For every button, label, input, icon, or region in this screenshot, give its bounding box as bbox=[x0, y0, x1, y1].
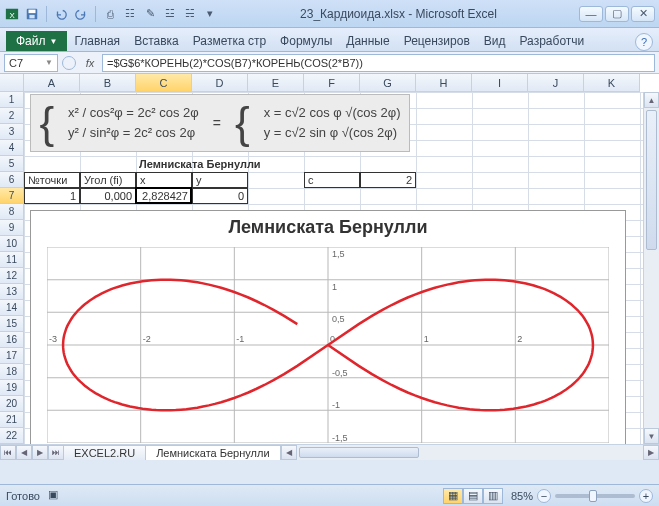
view-normal-icon[interactable]: ▦ bbox=[443, 488, 463, 504]
col-header-J[interactable]: J bbox=[528, 74, 584, 92]
scroll-right-button[interactable]: ▶ bbox=[643, 445, 659, 460]
row-header-7[interactable]: 7 bbox=[0, 188, 24, 204]
row-header-14[interactable]: 14 bbox=[0, 300, 24, 316]
row-header-16[interactable]: 16 bbox=[0, 332, 24, 348]
cell-A7[interactable]: 1 bbox=[24, 188, 80, 204]
save-icon[interactable] bbox=[24, 6, 40, 22]
help-button[interactable]: ? bbox=[635, 33, 653, 51]
col-header-B[interactable]: B bbox=[80, 74, 136, 92]
row-header-15[interactable]: 15 bbox=[0, 316, 24, 332]
row-header-21[interactable]: 21 bbox=[0, 412, 24, 428]
zoom-in-button[interactable]: + bbox=[639, 489, 653, 503]
tab-review[interactable]: Рецензиров bbox=[397, 31, 477, 51]
minimize-button[interactable]: — bbox=[579, 6, 603, 22]
tab-data[interactable]: Данные bbox=[339, 31, 396, 51]
macro-record-icon[interactable]: ▣ bbox=[48, 488, 64, 504]
qat-more-icon[interactable]: ▾ bbox=[202, 6, 218, 22]
col-header-A[interactable]: A bbox=[24, 74, 80, 92]
sheet-nav-prev[interactable]: ◀ bbox=[16, 445, 32, 460]
row-header-4[interactable]: 4 bbox=[0, 140, 24, 156]
row-header-13[interactable]: 13 bbox=[0, 284, 24, 300]
row-header-20[interactable]: 20 bbox=[0, 396, 24, 412]
zoom-out-button[interactable]: − bbox=[537, 489, 551, 503]
cell-G6[interactable]: 2 bbox=[360, 172, 416, 188]
sheet-nav-next[interactable]: ▶ bbox=[32, 445, 48, 460]
col-header-F[interactable]: F bbox=[304, 74, 360, 92]
row-header-9[interactable]: 9 bbox=[0, 220, 24, 236]
row-header-18[interactable]: 18 bbox=[0, 364, 24, 380]
hscroll-thumb[interactable] bbox=[299, 447, 419, 458]
svg-text:1: 1 bbox=[332, 282, 337, 292]
sheet-tab-2[interactable]: Лемниската Бернулли bbox=[145, 445, 280, 460]
row-header-1[interactable]: 1 bbox=[0, 92, 24, 108]
tab-developer[interactable]: Разработчи bbox=[513, 31, 592, 51]
cell-A6[interactable]: №точки bbox=[24, 172, 80, 188]
view-pagebreak-icon[interactable]: ▥ bbox=[483, 488, 503, 504]
cell-D7[interactable]: 0 bbox=[192, 188, 248, 204]
cell-C5[interactable]: Лемниската Бернулли bbox=[136, 156, 296, 172]
file-tab[interactable]: Файл▼ bbox=[6, 31, 67, 51]
cell-C6[interactable]: x bbox=[136, 172, 192, 188]
scroll-up-button[interactable]: ▲ bbox=[644, 92, 659, 108]
vertical-scrollbar[interactable]: ▲ ▼ bbox=[643, 92, 659, 444]
sheet-nav-last[interactable]: ⏭ bbox=[48, 445, 64, 460]
row-header-12[interactable]: 12 bbox=[0, 268, 24, 284]
zoom-slider[interactable] bbox=[555, 494, 635, 498]
vscroll-thumb[interactable] bbox=[646, 110, 657, 250]
col-header-H[interactable]: H bbox=[416, 74, 472, 92]
view-pagelayout-icon[interactable]: ▤ bbox=[463, 488, 483, 504]
formula-input[interactable]: =$G$6*КОРЕНЬ(2)*COS(B7)*КОРЕНЬ(COS(2*B7)… bbox=[102, 54, 655, 72]
tab-view[interactable]: Вид bbox=[477, 31, 513, 51]
column-headers[interactable]: ABCDEFGHIJK bbox=[24, 74, 643, 92]
chart-object[interactable]: Лемниската Бернулли -3-2-10123-1,5-1-0,5… bbox=[30, 210, 626, 460]
row-header-5[interactable]: 5 bbox=[0, 156, 24, 172]
row-header-17[interactable]: 17 bbox=[0, 348, 24, 364]
fx-icon[interactable]: fx bbox=[82, 57, 98, 69]
tab-layout[interactable]: Разметка стр bbox=[186, 31, 273, 51]
qat-icon-2[interactable]: ☷ bbox=[122, 6, 138, 22]
row-header-22[interactable]: 22 bbox=[0, 428, 24, 444]
qat-icon-3[interactable]: ✎ bbox=[142, 6, 158, 22]
tab-formulas[interactable]: Формулы bbox=[273, 31, 339, 51]
cell-B6[interactable]: Угол (fi) bbox=[80, 172, 136, 188]
row-header-6[interactable]: 6 bbox=[0, 172, 24, 188]
row-headers[interactable]: 123456789101112131415161718192021222324 bbox=[0, 92, 24, 460]
select-all-corner[interactable] bbox=[0, 74, 24, 92]
tab-insert[interactable]: Вставка bbox=[127, 31, 186, 51]
row-header-3[interactable]: 3 bbox=[0, 124, 24, 140]
ribbon-tabs: Файл▼ Главная Вставка Разметка стр Форму… bbox=[0, 28, 659, 52]
worksheet-grid[interactable]: ABCDEFGHIJK 1234567891011121314151617181… bbox=[0, 74, 659, 460]
name-box[interactable]: C7▼ bbox=[4, 54, 58, 72]
sheet-nav-first[interactable]: ⏮ bbox=[0, 445, 16, 460]
col-header-I[interactable]: I bbox=[472, 74, 528, 92]
col-header-K[interactable]: K bbox=[584, 74, 640, 92]
row-header-11[interactable]: 11 bbox=[0, 252, 24, 268]
cell-D6[interactable]: y bbox=[192, 172, 248, 188]
row-header-8[interactable]: 8 bbox=[0, 204, 24, 220]
sheet-tab-1[interactable]: EXCEL2.RU bbox=[63, 445, 146, 460]
qat-icon-4[interactable]: ☳ bbox=[162, 6, 178, 22]
tab-home[interactable]: Главная bbox=[67, 31, 127, 51]
qat-icon-5[interactable]: ☵ bbox=[182, 6, 198, 22]
undo-icon[interactable] bbox=[53, 6, 69, 22]
redo-icon[interactable] bbox=[73, 6, 89, 22]
cell-B7[interactable]: 0,000 bbox=[80, 188, 136, 204]
close-button[interactable]: ✕ bbox=[631, 6, 655, 22]
row-header-2[interactable]: 2 bbox=[0, 108, 24, 124]
qat-icon-1[interactable]: ⎙ bbox=[102, 6, 118, 22]
cells-area[interactable]: { x² / cos²φ = 2c² cos 2φ y² / sin²φ = 2… bbox=[24, 92, 643, 444]
scroll-down-button[interactable]: ▼ bbox=[644, 428, 659, 444]
col-header-C[interactable]: C bbox=[136, 74, 192, 92]
scroll-left-button[interactable]: ◀ bbox=[281, 445, 297, 460]
col-header-G[interactable]: G bbox=[360, 74, 416, 92]
zoom-percent[interactable]: 85% bbox=[511, 490, 533, 502]
namebox-expand[interactable] bbox=[62, 56, 76, 70]
col-header-E[interactable]: E bbox=[248, 74, 304, 92]
maximize-button[interactable]: ▢ bbox=[605, 6, 629, 22]
cell-F6[interactable]: c bbox=[304, 172, 360, 188]
col-header-D[interactable]: D bbox=[192, 74, 248, 92]
zoom-slider-knob[interactable] bbox=[589, 490, 597, 502]
row-header-10[interactable]: 10 bbox=[0, 236, 24, 252]
row-header-19[interactable]: 19 bbox=[0, 380, 24, 396]
horizontal-scrollbar[interactable]: ◀ ▶ bbox=[281, 445, 659, 460]
